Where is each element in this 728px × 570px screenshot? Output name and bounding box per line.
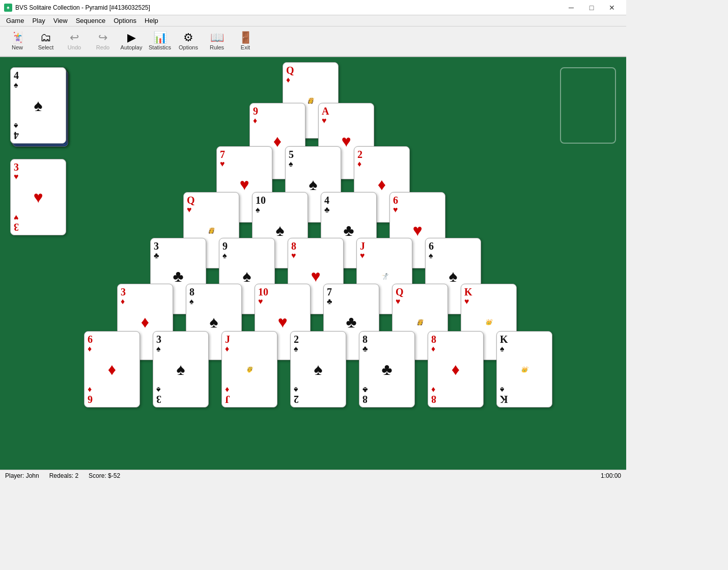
options-label: Options xyxy=(179,44,198,50)
new-button[interactable]: 🃏 New xyxy=(4,28,31,55)
statistics-button[interactable]: 📊 Statistics xyxy=(147,28,173,55)
waste-card[interactable]: 3 ♥ ♥ 3 ♥ xyxy=(10,159,66,235)
redo-button[interactable]: ↪ Redo xyxy=(90,28,116,55)
game-area[interactable]: 4 ♠ ♠ 4 ♠ 3 ♥ ♥ 3 ♥ Q♦ 👸 Q♦ 9♦ ♦ 9♦ A♥ xyxy=(0,57,626,470)
exit-label: Exit xyxy=(241,44,250,50)
pyramid-card-r7c4[interactable]: 2♠ ♠ 2♠ xyxy=(290,331,346,408)
undo-icon: ↩ xyxy=(70,32,79,43)
options-button[interactable]: ⚙ Options xyxy=(175,28,202,55)
pyramid-card-r7c1[interactable]: 6♦ ♦ 6♦ xyxy=(84,331,140,408)
menu-game[interactable]: Game xyxy=(2,16,28,25)
titlebar: ♠ BVS Solitaire Collection - Pyramid [#4… xyxy=(0,0,626,15)
foundation-slot xyxy=(560,67,616,144)
menubar: Game Play View Sequence Options Help xyxy=(0,15,626,26)
time-label: 1:00:00 xyxy=(601,472,621,479)
rules-icon: 📖 xyxy=(210,32,224,43)
menu-options[interactable]: Options xyxy=(109,16,141,25)
redo-label: Redo xyxy=(96,44,109,50)
redeals-label: Redeals: 2 xyxy=(49,472,78,479)
options-icon: ⚙ xyxy=(183,32,193,43)
autoplay-button[interactable]: ▶ Autoplay xyxy=(118,28,145,55)
menu-help[interactable]: Help xyxy=(141,16,162,25)
menu-sequence[interactable]: Sequence xyxy=(72,16,110,25)
pyramid-card-r7c2[interactable]: 3♠ ♠ 3♠ xyxy=(153,331,209,408)
deck-top-card[interactable]: 4 ♠ ♠ 4 ♠ xyxy=(10,67,66,144)
pyramid-card-r7c5[interactable]: 8♣ ♣ 8♣ xyxy=(359,331,415,408)
menu-play[interactable]: Play xyxy=(28,16,49,25)
minimize-button[interactable]: ─ xyxy=(561,0,581,15)
pyramid-card-r7c6[interactable]: 8♦ ♦ 8♦ xyxy=(428,331,484,408)
toolbar: 🃏 New 🗂 Select ↩ Undo ↪ Redo ▶ Autoplay … xyxy=(0,26,626,57)
window-title: BVS Solitaire Collection - Pyramid [#413… xyxy=(15,4,150,11)
statistics-label: Statistics xyxy=(149,44,171,50)
statusbar: Player: John Redeals: 2 Score: $-52 1:00… xyxy=(0,470,626,481)
new-icon: 🃏 xyxy=(11,32,24,43)
rules-label: Rules xyxy=(210,44,224,50)
player-label: Player: John xyxy=(5,472,39,479)
undo-label: Undo xyxy=(68,44,81,50)
exit-icon: 🚪 xyxy=(239,32,253,43)
undo-button[interactable]: ↩ Undo xyxy=(61,28,88,55)
close-button[interactable]: ✕ xyxy=(602,0,622,15)
exit-button[interactable]: 🚪 Exit xyxy=(232,28,259,55)
autoplay-label: Autoplay xyxy=(121,44,143,50)
autoplay-icon: ▶ xyxy=(127,32,136,43)
menu-view[interactable]: View xyxy=(49,16,72,25)
select-button[interactable]: 🗂 Select xyxy=(33,28,59,55)
new-label: New xyxy=(12,44,23,50)
maximize-button[interactable]: □ xyxy=(581,0,602,15)
titlebar-controls[interactable]: ─ □ ✕ xyxy=(561,0,622,15)
statistics-icon: 📊 xyxy=(153,32,167,43)
pyramid-card-r7c3[interactable]: J♦ 🤴 J♦ xyxy=(221,331,277,408)
select-label: Select xyxy=(38,44,54,50)
rules-button[interactable]: 📖 Rules xyxy=(204,28,230,55)
titlebar-left: ♠ BVS Solitaire Collection - Pyramid [#4… xyxy=(4,4,150,12)
score-label: Score: $-52 xyxy=(89,472,120,479)
pyramid-card-r7c7[interactable]: K♠ 👑 K♠ xyxy=(496,331,552,408)
app-icon: ♠ xyxy=(4,4,12,12)
statusbar-left: Player: John Redeals: 2 Score: $-52 xyxy=(5,472,120,479)
select-icon: 🗂 xyxy=(40,32,51,43)
redo-icon: ↪ xyxy=(98,32,107,43)
